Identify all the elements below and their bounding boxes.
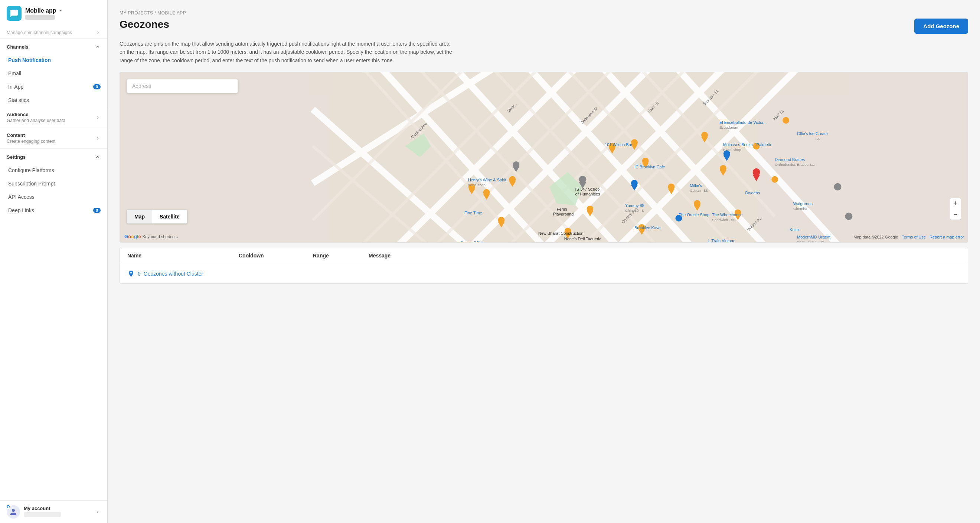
svg-text:Chinese · $: Chinese · $ bbox=[625, 209, 644, 213]
settings-collapse-icon bbox=[95, 154, 100, 160]
page-header: Geozones Add Geozone bbox=[119, 19, 968, 34]
svg-text:El Encebollado de Victor...: El Encebollado de Victor... bbox=[719, 120, 767, 125]
svg-text:Wine shop: Wine shop bbox=[468, 183, 485, 187]
svg-text:Ollie's Ice Cream: Ollie's Ice Cream bbox=[797, 131, 828, 136]
map-data-label: Map data ©2022 Google bbox=[853, 235, 898, 239]
settings-section: Settings Configure Platforms Subscriptio… bbox=[0, 148, 107, 217]
svg-text:Cuban · $$: Cuban · $$ bbox=[690, 189, 708, 192]
manage-arrow-icon bbox=[95, 30, 100, 35]
channels-section: Channels Push Notification Email In-App … bbox=[0, 38, 107, 107]
svg-text:IS 347 School: IS 347 School bbox=[575, 187, 601, 192]
sidebar-item-statistics[interactable]: Statistics bbox=[0, 94, 107, 107]
svg-text:Fermi: Fermi bbox=[557, 208, 567, 212]
table-row: 0 Geozones without Cluster bbox=[120, 264, 968, 284]
svg-text:Orthodontist: Braces &...: Orthodontist: Braces &... bbox=[775, 162, 815, 166]
geozone-link[interactable]: 0 Geozones without Cluster bbox=[127, 270, 239, 277]
svg-point-70 bbox=[845, 213, 852, 220]
svg-text:Playground: Playground bbox=[553, 212, 574, 216]
svg-text:The Oracle Shop: The Oracle Shop bbox=[679, 212, 710, 217]
notification-dot bbox=[6, 504, 10, 509]
svg-text:Yummy 88: Yummy 88 bbox=[625, 204, 644, 208]
svg-point-54 bbox=[772, 176, 778, 183]
svg-text:Chemist: Chemist bbox=[793, 207, 807, 211]
svg-text:Mexican: Mexican bbox=[564, 242, 578, 242]
svg-text:Palmetto: Palmetto bbox=[756, 143, 772, 147]
map-container: Central Ave Jefferson St Suydam St Hart … bbox=[119, 72, 968, 242]
svg-text:ModernMD Urgent: ModernMD Urgent bbox=[797, 235, 830, 239]
svg-text:IC Brooklyn Cafe: IC Brooklyn Cafe bbox=[635, 165, 665, 169]
svg-text:of Humanities: of Humanities bbox=[575, 192, 600, 196]
map-address-input[interactable]: Address bbox=[127, 79, 238, 93]
add-geozone-button[interactable]: Add Geozone bbox=[914, 19, 968, 34]
sidebar-item-configure-platforms[interactable]: Configure Platforms bbox=[0, 163, 107, 177]
svg-text:L Train Vintage: L Train Vintage bbox=[708, 238, 735, 242]
col-name: Name bbox=[127, 253, 239, 258]
svg-text:Ice: Ice bbox=[816, 136, 821, 141]
sidebar-item-in-app[interactable]: In-App 0 bbox=[0, 80, 107, 94]
audience-arrow-icon bbox=[95, 115, 100, 120]
my-account[interactable]: My account bbox=[0, 500, 107, 523]
sidebar-item-api-access[interactable]: API Access bbox=[0, 190, 107, 204]
map-zoom-in[interactable]: + bbox=[950, 198, 961, 209]
svg-text:Walgreens: Walgreens bbox=[793, 202, 813, 206]
content-arrow-icon bbox=[95, 135, 100, 141]
manage-omnichannel[interactable]: Manage omnichannel campaigns bbox=[0, 27, 107, 38]
col-cooldown: Cooldown bbox=[239, 253, 313, 258]
svg-text:Care - Bushwick: Care - Bushwick bbox=[797, 240, 824, 242]
my-account-arrow-icon bbox=[95, 509, 100, 515]
map-toggle-map[interactable]: Map bbox=[127, 210, 152, 223]
channels-collapse-icon bbox=[95, 44, 100, 50]
geozones-table: Name Cooldown Range Message 0 Geozones w… bbox=[119, 247, 968, 284]
app-name[interactable]: Mobile app bbox=[25, 8, 63, 14]
breadcrumb: MY PROJECTS / MOBILE APP bbox=[119, 10, 968, 16]
svg-text:Nene's Deli Taqueria: Nene's Deli Taqueria bbox=[564, 237, 602, 241]
app-logo bbox=[7, 6, 22, 21]
chevron-down-icon bbox=[58, 8, 63, 13]
content-section[interactable]: Content Create engaging content bbox=[0, 128, 107, 148]
svg-text:Henry's Wine & Spirit: Henry's Wine & Spirit bbox=[468, 178, 506, 182]
map-attribution: Google Keyboard shortcuts bbox=[124, 234, 178, 239]
sidebar-item-deep-links[interactable]: Deep Links 0 bbox=[0, 204, 107, 217]
map-background: Central Ave Jefferson St Suydam St Hart … bbox=[120, 72, 968, 242]
svg-point-55 bbox=[783, 117, 789, 124]
geozone-name-cell: 0 Geozones without Cluster bbox=[127, 270, 239, 277]
map-type-toggle: Map Satellite bbox=[127, 209, 188, 223]
keyboard-shortcuts[interactable]: Keyboard shortcuts bbox=[143, 235, 178, 239]
map-terms-link[interactable]: Terms of Use bbox=[902, 235, 926, 239]
map-report-link[interactable]: Report a map error bbox=[929, 235, 964, 239]
col-message: Message bbox=[369, 253, 960, 258]
svg-text:Ecuadorian: Ecuadorian bbox=[719, 126, 738, 130]
svg-text:Molasses Books: Molasses Books bbox=[723, 143, 753, 147]
col-range: Range bbox=[313, 253, 369, 258]
svg-text:Brooklyn Kava: Brooklyn Kava bbox=[635, 225, 661, 230]
sidebar-item-push-notification[interactable]: Push Notification bbox=[0, 54, 107, 67]
svg-point-69 bbox=[834, 183, 842, 191]
svg-text:Diamond Braces: Diamond Braces bbox=[775, 157, 805, 162]
map-zoom-out[interactable]: − bbox=[950, 209, 961, 220]
svg-text:Farewell Bar: Farewell Bar bbox=[461, 240, 484, 242]
map-pin-icon bbox=[127, 270, 135, 277]
channels-header[interactable]: Channels bbox=[0, 38, 107, 54]
svg-text:Millie's: Millie's bbox=[690, 183, 702, 188]
svg-text:Fine Time: Fine Time bbox=[465, 211, 482, 215]
svg-text:The Wheelhouse: The Wheelhouse bbox=[712, 212, 743, 217]
main-content: MY PROJECTS / MOBILE APP Geozones Add Ge… bbox=[108, 0, 980, 523]
map-toggle-satellite[interactable]: Satellite bbox=[152, 210, 187, 223]
svg-text:Book Shop: Book Shop bbox=[723, 147, 741, 152]
audience-section[interactable]: Audience Gather and analyse user data bbox=[0, 107, 107, 128]
avatar bbox=[7, 505, 20, 518]
sidebar-item-subscription-prompt[interactable]: Subscription Prompt bbox=[0, 177, 107, 190]
app-id-badge bbox=[25, 15, 55, 20]
map-zoom-controls: + − bbox=[950, 198, 961, 220]
google-logo: Google bbox=[124, 234, 141, 239]
settings-header[interactable]: Settings bbox=[0, 149, 107, 163]
svg-text:101 Wilson Bar: 101 Wilson Bar bbox=[605, 143, 633, 147]
sidebar: Mobile app Manage omnichannel campaigns … bbox=[0, 0, 108, 523]
page-title: Geozones bbox=[119, 19, 169, 30]
map-footer-links: Map data ©2022 Google Terms of Use Repor… bbox=[853, 235, 964, 239]
table-header: Name Cooldown Range Message bbox=[120, 247, 968, 264]
svg-text:Dweebs: Dweebs bbox=[745, 191, 760, 195]
svg-text:Sandwich · $$: Sandwich · $$ bbox=[712, 218, 735, 222]
sidebar-item-email[interactable]: Email bbox=[0, 67, 107, 80]
svg-text:Hart St: Hart St bbox=[772, 109, 784, 121]
